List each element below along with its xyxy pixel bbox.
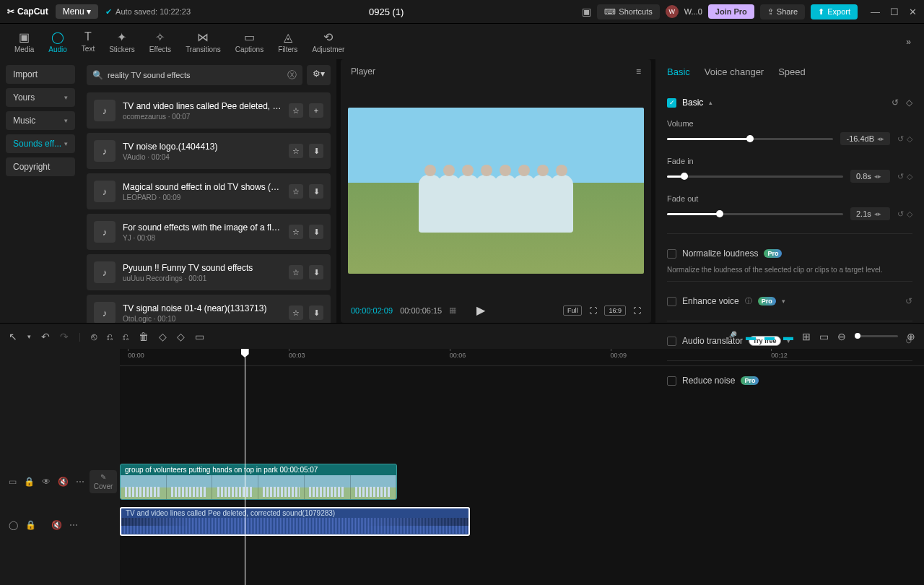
delete-icon[interactable]: 🗑: [139, 331, 149, 342]
download-icon[interactable]: ⬇: [309, 265, 323, 280]
cover-button[interactable]: ✎Cover: [90, 470, 118, 493]
timeline-tracks[interactable]: 00:00 00:03 00:06 00:09 00:12 group of v…: [120, 349, 924, 585]
inspector-tab-basic[interactable]: Basic: [667, 66, 690, 77]
fadein-slider[interactable]: [667, 176, 843, 178]
audio-result-item[interactable]: ♪ For sound effects with the image of a …: [87, 214, 331, 250]
fadeout-slider[interactable]: [667, 213, 843, 215]
checkbox-checked-icon[interactable]: ✓: [667, 98, 676, 108]
ratio-badge[interactable]: 16:9: [604, 306, 626, 316]
pointer-icon[interactable]: ↖: [9, 331, 17, 342]
collapse-icon[interactable]: ▴: [709, 99, 712, 106]
clear-search-icon[interactable]: ⓧ: [287, 69, 297, 82]
share-button[interactable]: ⇪ Share: [760, 4, 805, 20]
snap-icon[interactable]: ▬: [746, 331, 756, 342]
keyframe-icon[interactable]: ◇: [907, 134, 912, 144]
favorite-icon[interactable]: ☆: [289, 144, 303, 158]
tool-icon[interactable]: ▭: [9, 477, 17, 487]
info-icon[interactable]: ⓘ: [745, 296, 752, 306]
sidebar-copyright[interactable]: Copyright: [6, 157, 75, 176]
tool-icon[interactable]: ⊞: [802, 331, 811, 342]
tab-captions[interactable]: ▭Captions: [228, 27, 271, 56]
download-icon[interactable]: ⬇: [309, 225, 323, 239]
audio-result-item[interactable]: ♪ Pyuuun !! Funny TV sound effectsuuUuu …: [87, 254, 331, 290]
checkbox-empty-icon[interactable]: [667, 337, 676, 346]
checkbox-empty-icon[interactable]: [667, 297, 676, 306]
search-input[interactable]: [108, 71, 283, 79]
favorite-icon[interactable]: ☆: [289, 306, 303, 320]
keyframe-icon[interactable]: ◇: [907, 209, 912, 219]
tool-icon[interactable]: ◇: [177, 331, 185, 342]
audio-result-item[interactable]: ♪ TV noise logo.(1404413)VAudio · 00:04 …: [87, 133, 331, 169]
player-menu-icon[interactable]: ≡: [636, 66, 641, 77]
full-badge[interactable]: Full: [563, 306, 583, 316]
mic-icon[interactable]: 🎤: [725, 331, 737, 342]
play-button[interactable]: ▶: [476, 303, 485, 317]
tool-icon[interactable]: ▭: [195, 331, 204, 342]
favorite-icon[interactable]: ☆: [289, 225, 303, 239]
maximize-icon[interactable]: ☐: [890, 6, 899, 17]
tool-icon[interactable]: ◇: [159, 331, 167, 342]
split-right-icon[interactable]: ⎌: [123, 331, 128, 342]
tool-icon[interactable]: ▭: [819, 331, 829, 342]
fullscreen-icon[interactable]: ⛶: [633, 306, 641, 315]
tab-audio[interactable]: ◯Audio: [41, 27, 74, 56]
audio-result-item[interactable]: ♪ TV signal noise 01-4 (near)(1313713)Ot…: [87, 295, 331, 323]
reset-icon[interactable]: ↺: [897, 172, 904, 181]
sidebar-music[interactable]: Music▾: [6, 111, 75, 130]
download-icon[interactable]: ⬇: [309, 306, 323, 320]
filter-button[interactable]: ⚙▾: [307, 65, 331, 85]
user-avatar[interactable]: W: [666, 5, 679, 18]
more-icon[interactable]: ⋯: [69, 520, 78, 530]
reset-icon[interactable]: ↺: [897, 209, 904, 219]
favorite-icon[interactable]: ☆: [289, 265, 303, 280]
sidebar-sounds[interactable]: Sounds eff...▾: [6, 134, 75, 153]
export-button[interactable]: ⬆ Export: [811, 4, 858, 20]
lock-icon[interactable]: 🔒: [24, 477, 35, 487]
reset-icon[interactable]: ↺: [892, 98, 899, 108]
shortcuts-button[interactable]: ⌨ Shortcuts: [597, 4, 659, 20]
magnet-icon[interactable]: ▬: [764, 331, 775, 342]
split-icon[interactable]: ⎋: [91, 331, 97, 342]
favorite-icon[interactable]: ☆: [289, 103, 303, 118]
fadeout-value[interactable]: 2.1s◂▸: [850, 207, 890, 220]
timeline-ruler[interactable]: 00:00 00:03 00:06 00:09 00:12: [120, 349, 924, 366]
close-icon[interactable]: ✕: [909, 6, 917, 17]
more-icon[interactable]: ⋯: [76, 477, 84, 487]
chevron-down-icon[interactable]: ▾: [27, 333, 31, 340]
volume-slider[interactable]: [667, 138, 833, 140]
volume-value[interactable]: -16.4dB◂▸: [840, 132, 890, 145]
inspector-tab-voice[interactable]: Voice changer: [705, 66, 764, 77]
tab-effects[interactable]: ✧Effects: [142, 27, 178, 56]
join-pro-button[interactable]: Join Pro: [708, 4, 754, 19]
video-clip[interactable]: group of volunteers putting hands on top…: [120, 464, 397, 500]
audio-clip[interactable]: TV and video lines called Pee deleted, c…: [120, 507, 470, 536]
crop-icon[interactable]: ⛶: [589, 306, 597, 315]
keyframe-icon[interactable]: ◇: [906, 98, 912, 108]
tab-text[interactable]: TText: [74, 27, 102, 56]
link-icon[interactable]: ▬: [783, 331, 793, 342]
tab-filters[interactable]: ◬Filters: [271, 27, 305, 56]
split-left-icon[interactable]: ⎌: [107, 331, 113, 342]
reset-icon[interactable]: ↺: [905, 296, 912, 306]
tab-media[interactable]: ▣Media: [7, 27, 41, 56]
tab-adjustment[interactable]: ⟲Adjustmer: [305, 27, 352, 56]
reset-icon[interactable]: ↺: [897, 134, 904, 144]
playhead[interactable]: [245, 349, 245, 585]
mute-icon[interactable]: 🔇: [51, 520, 62, 530]
sidebar-import[interactable]: Import: [6, 65, 75, 84]
zoom-out-icon[interactable]: ⊖: [837, 331, 846, 342]
tab-transitions[interactable]: ⋈Transitions: [178, 27, 228, 56]
redo-icon[interactable]: ↷: [60, 331, 69, 342]
layout-icon[interactable]: ▣: [582, 6, 591, 17]
audio-result-item[interactable]: ♪ Magical sound effect in old TV shows (…: [87, 173, 331, 209]
download-icon[interactable]: ⬇: [309, 144, 323, 158]
checkbox-empty-icon[interactable]: [667, 249, 676, 259]
tool-icon[interactable]: ◯: [9, 520, 18, 530]
keyframe-icon[interactable]: ◇: [907, 172, 912, 181]
mute-icon[interactable]: 🔇: [58, 477, 69, 487]
player-viewport[interactable]: [341, 84, 651, 298]
lock-icon[interactable]: 🔒: [25, 520, 36, 530]
grid-icon[interactable]: ▦: [449, 306, 456, 315]
undo-icon[interactable]: ↶: [41, 331, 50, 342]
download-icon[interactable]: ⬇: [309, 184, 323, 199]
